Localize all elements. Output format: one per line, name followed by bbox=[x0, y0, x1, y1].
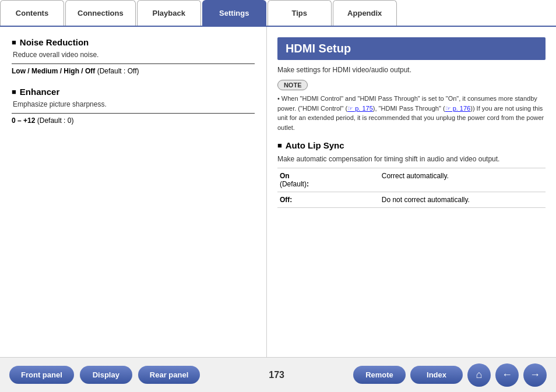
enhancer-values: 0 – +12 (Default : 0) bbox=[12, 113, 255, 125]
sync-on-label: On(Default): bbox=[277, 168, 379, 192]
auto-lip-sync-section: Auto Lip Sync Make automatic compensatio… bbox=[277, 140, 546, 208]
noise-reduction-desc: Reduce overall video noise. bbox=[13, 51, 255, 59]
enhancer-section: Enhancer Emphasize picture sharpness. 0 … bbox=[12, 87, 255, 125]
forward-button[interactable]: → bbox=[523, 363, 547, 387]
display-button[interactable]: Display bbox=[80, 366, 132, 384]
tab-appendix[interactable]: Appendix bbox=[333, 0, 397, 26]
note-text: • When "HDMI Control" and "HDMI Pass Thr… bbox=[277, 94, 546, 132]
hdmi-setup-desc: Make settings for HDMI video/audio outpu… bbox=[277, 66, 546, 74]
front-panel-button[interactable]: Front panel bbox=[9, 366, 74, 384]
page-number: 173 bbox=[269, 370, 284, 380]
tab-contents[interactable]: Contents bbox=[0, 0, 64, 26]
tab-playback[interactable]: Playback bbox=[137, 0, 201, 26]
index-button[interactable]: Index bbox=[410, 366, 463, 384]
sync-on-value: Correct automatically. bbox=[379, 168, 546, 192]
top-navigation: Contents Connections Playback Settings T… bbox=[0, 0, 556, 27]
sync-off-label: Off: bbox=[277, 192, 379, 208]
right-panel: HDMI Setup Make settings for HDMI video/… bbox=[267, 27, 556, 357]
bottom-right-group: Remote Index ⌂ ← → bbox=[353, 363, 547, 387]
left-panel: Noise Reduction Reduce overall video noi… bbox=[0, 27, 267, 357]
table-row: Off: Do not correct automatically. bbox=[277, 192, 546, 208]
remote-button[interactable]: Remote bbox=[353, 366, 406, 384]
table-row: On(Default): Correct automatically. bbox=[277, 168, 546, 192]
enhancer-desc: Emphasize picture sharpness. bbox=[13, 100, 255, 108]
sync-off-value: Do not correct automatically. bbox=[379, 192, 546, 208]
auto-lip-sync-desc: Make automatic compensation for timing s… bbox=[277, 155, 546, 163]
tab-connections[interactable]: Connections bbox=[65, 0, 136, 26]
noise-reduction-title: Noise Reduction bbox=[12, 37, 255, 47]
tab-settings[interactable]: Settings bbox=[202, 0, 266, 26]
rear-panel-button[interactable]: Rear panel bbox=[138, 366, 200, 384]
ref-link-176[interactable]: ☞ p. 176 bbox=[445, 105, 471, 112]
bottom-left-buttons: Front panel Display Rear panel bbox=[9, 366, 200, 384]
auto-lip-sync-table: On(Default): Correct automatically. Off:… bbox=[277, 168, 546, 208]
ref-link-175[interactable]: ☞ p. 175 bbox=[347, 105, 373, 112]
tab-tips[interactable]: Tips bbox=[268, 0, 332, 26]
enhancer-title: Enhancer bbox=[12, 87, 255, 97]
noise-reduction-values: Low / Medium / High / Off (Default : Off… bbox=[12, 63, 255, 75]
back-button[interactable]: ← bbox=[495, 363, 519, 387]
auto-lip-sync-title: Auto Lip Sync bbox=[277, 140, 546, 150]
main-content: Noise Reduction Reduce overall video noi… bbox=[0, 27, 556, 357]
hdmi-setup-title: HDMI Setup bbox=[277, 37, 546, 60]
home-button[interactable]: ⌂ bbox=[467, 363, 491, 387]
bottom-bar: Front panel Display Rear panel 173 Remot… bbox=[0, 357, 556, 392]
noise-reduction-section: Noise Reduction Reduce overall video noi… bbox=[12, 37, 255, 75]
note-label: NOTE bbox=[277, 80, 308, 90]
